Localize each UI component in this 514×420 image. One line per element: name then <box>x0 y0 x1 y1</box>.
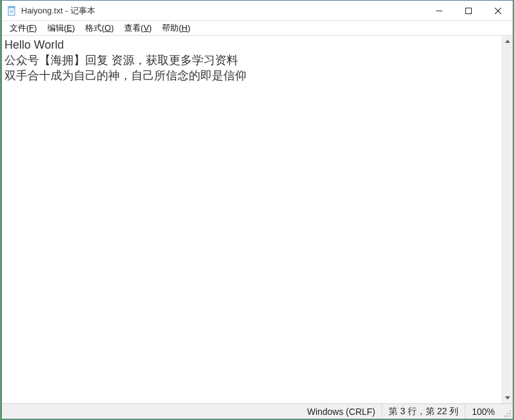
maximize-button[interactable] <box>454 1 483 20</box>
window-controls <box>424 1 513 20</box>
scroll-up-icon[interactable] <box>502 36 513 47</box>
svg-point-14 <box>510 416 511 417</box>
menu-help[interactable]: 帮助(H) <box>157 22 195 35</box>
titlebar[interactable]: Haiyong.txt - 记事本 <box>2 1 513 21</box>
notepad-window: Haiyong.txt - 记事本 文件(F) 编辑(E) 格式(O) 查看(V… <box>1 0 513 419</box>
minimize-button[interactable] <box>424 1 454 20</box>
status-encoding: Windows (CRLF) <box>301 404 382 419</box>
scroll-down-icon[interactable] <box>502 392 513 403</box>
svg-point-9 <box>510 410 511 412</box>
editor-area: Hello World 公众号【海拥】回复 资源，获取更多学习资料 双手合十成为… <box>2 35 513 403</box>
svg-rect-1 <box>8 6 15 8</box>
notepad-icon <box>7 6 17 16</box>
menu-file[interactable]: 文件(F) <box>4 22 42 35</box>
close-button[interactable] <box>483 1 513 20</box>
svg-rect-6 <box>466 8 472 13</box>
svg-point-13 <box>507 416 508 417</box>
menubar: 文件(F) 编辑(E) 格式(O) 查看(V) 帮助(H) <box>2 21 513 35</box>
text-editor[interactable]: Hello World 公众号【海拥】回复 资源，获取更多学习资料 双手合十成为… <box>2 36 502 403</box>
status-zoom: 100% <box>465 404 501 419</box>
menu-format[interactable]: 格式(O) <box>80 22 119 35</box>
menu-view[interactable]: 查看(V) <box>119 22 157 35</box>
svg-point-12 <box>504 416 506 417</box>
statusbar: Windows (CRLF) 第 3 行，第 22 列 100% <box>2 403 513 419</box>
svg-point-11 <box>510 413 511 414</box>
svg-point-10 <box>507 413 508 414</box>
menu-edit[interactable]: 编辑(E) <box>42 22 80 35</box>
resize-grip-icon[interactable] <box>504 410 511 417</box>
window-title: Haiyong.txt - 记事本 <box>21 5 424 17</box>
status-position: 第 3 行，第 22 列 <box>381 404 465 419</box>
vertical-scrollbar[interactable] <box>502 36 513 403</box>
